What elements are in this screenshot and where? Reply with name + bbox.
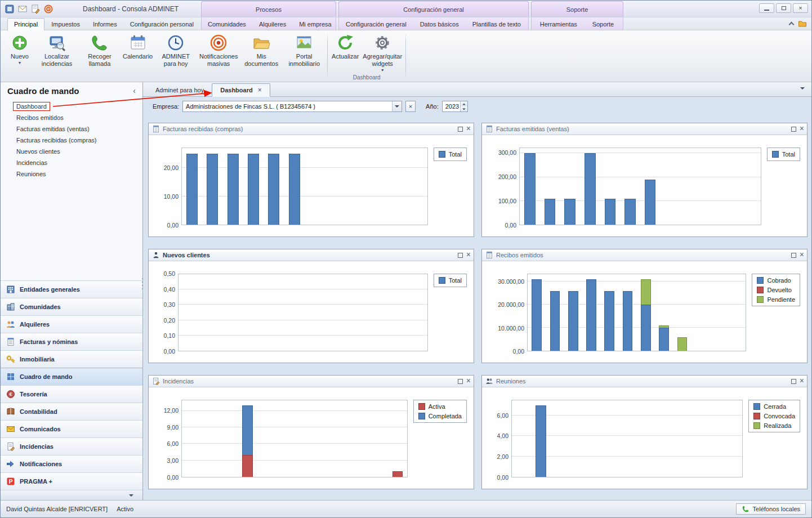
widget-close-button[interactable]: ×: [800, 378, 804, 384]
ribbon-button-portal-inmobiliario[interactable]: Portal inmobiliario: [283, 32, 325, 73]
nav-item-comunidades[interactable]: Comunidades: [1, 298, 142, 315]
nav-item-entidades-generales[interactable]: Entidades generales: [1, 280, 142, 298]
folder-icon[interactable]: [798, 19, 807, 28]
empresa-combobox[interactable]: Administraciones de Fincas S.L. ( B12345…: [182, 101, 402, 112]
widget-close-button[interactable]: ×: [466, 378, 471, 384]
widget-close-button[interactable]: ×: [800, 126, 804, 132]
ribbon-tab-configuracion-general[interactable]: Configuración general: [340, 19, 413, 30]
ribbon-button-recoger-llamada[interactable]: Recoger llamada: [78, 32, 121, 73]
anio-spinner[interactable]: 2023: [442, 101, 468, 112]
application-window: Dashboard - Consola ADMINET Procesos Con…: [0, 0, 812, 518]
bar-segment-pendiente: [677, 337, 688, 351]
widget-maximize-button[interactable]: [791, 127, 796, 132]
nav-options-icon[interactable]: [129, 494, 133, 497]
app-icon[interactable]: [5, 4, 15, 14]
widget-maximize-button[interactable]: [791, 379, 796, 384]
chart-plot: [527, 274, 746, 351]
sidebar-item-nuevos-clientes[interactable]: Nuevos clientes: [1, 146, 142, 157]
ribbon-tab-principal[interactable]: Principal: [7, 18, 44, 30]
ribbon-button-calendario[interactable]: Calendario: [121, 32, 154, 73]
legend-label: Cerrada: [764, 403, 786, 410]
y-tick-label: 0,20: [164, 317, 175, 324]
widget-maximize-button[interactable]: [458, 253, 463, 258]
bar: [624, 148, 636, 225]
sidebar-item-incidencias[interactable]: Incidencias: [1, 157, 142, 168]
ribbon-button-localizar-incidencias[interactable]: Localizar incidencias: [35, 32, 78, 73]
mail-icon[interactable]: [17, 4, 28, 14]
ribbon-button-agregar-quitar-widgets[interactable]: Agregar/quitar widgets▼: [361, 32, 404, 74]
y-tick-label: 0,30: [164, 301, 175, 308]
spin-down-icon[interactable]: [461, 106, 467, 111]
widget-maximize-button[interactable]: [458, 379, 463, 384]
ribbon-button-notificaciones-masivas[interactable]: Notificaciones masivas: [197, 32, 240, 73]
nav-item-inmobiliaria[interactable]: Inmobiliaria: [1, 350, 142, 368]
ribbon-button-adminet-para-hoy[interactable]: ADMINET para hoy: [154, 32, 197, 73]
restore-button[interactable]: [776, 3, 791, 13]
widget-chart: 0,0010.000,0020.000,0030.000,00CobradoDe…: [482, 261, 807, 363]
ribbon-tab-herramientas[interactable]: Herramientas: [534, 19, 583, 30]
sidebar-item-dashboard[interactable]: Dashboard: [1, 101, 142, 112]
ribbon-tab-impuestos[interactable]: Impuestos: [45, 19, 86, 30]
widget-title: Incidencias: [163, 378, 194, 385]
nav-item-incidencias[interactable]: Incidencias: [1, 437, 142, 455]
clear-empresa-button[interactable]: ×: [405, 101, 416, 112]
nav-item-label: Incidencias: [20, 443, 53, 450]
document-tab-adminet-para-hoy[interactable]: Adminet para hoy: [148, 84, 212, 96]
ribbon-tab-mi-empresa[interactable]: Mi empresa: [293, 19, 337, 30]
bar: [289, 148, 300, 225]
tab-list-dropdown-icon[interactable]: [800, 87, 805, 90]
sidebar-item-recibos-emitidos[interactable]: Recibos emitidos: [1, 112, 142, 123]
document-tab-dashboard[interactable]: Dashboard×: [212, 83, 270, 97]
ribbon-button-nuevo[interactable]: Nuevo▼: [4, 32, 35, 73]
widget-close-button[interactable]: ×: [800, 252, 804, 258]
ribbon-tab-plantillas-de-texto[interactable]: Plantillas de texto: [466, 19, 527, 30]
chart-slot: [257, 400, 275, 477]
nav-item-cuadro-de-mando[interactable]: Cuadro de mando: [1, 368, 142, 385]
widget-maximize-button[interactable]: [458, 127, 463, 132]
nav-item-notificaciones[interactable]: Notificaciones: [1, 455, 142, 472]
adminet-logo-icon[interactable]: [43, 4, 53, 14]
sidebar-item-facturas-emitidas-ventas[interactable]: Facturas emitidas (ventas): [1, 123, 142, 135]
notes-icon[interactable]: [30, 4, 41, 14]
sidebar-item-reuniones[interactable]: Reuniones: [1, 168, 142, 180]
bar: [261, 400, 271, 477]
chart-slot: [646, 400, 666, 477]
collapse-ribbon-icon[interactable]: [789, 22, 795, 28]
widget-close-button[interactable]: ×: [466, 252, 471, 258]
close-button[interactable]: ×: [793, 3, 808, 13]
combo-dropdown-icon[interactable]: [392, 101, 401, 111]
ribbon-tab-soporte[interactable]: Soporte: [586, 19, 621, 30]
legend-swatch: [439, 151, 445, 158]
sidebar-item-facturas-recibidas-compras[interactable]: Facturas recibidas (compras): [1, 135, 142, 146]
legend-label: Total: [449, 277, 462, 284]
bar: [318, 400, 328, 477]
collapse-panel-icon[interactable]: ‹: [133, 86, 136, 95]
chart-slot: [627, 400, 646, 477]
y-tick-label: 30.000,00: [498, 278, 524, 285]
nav-item-tesoreria[interactable]: €Tesorería: [1, 385, 142, 403]
nav-item-facturas-y-nominas[interactable]: Facturas y nóminas: [1, 333, 142, 350]
ribbon-tab-comunidades[interactable]: Comunidades: [202, 19, 252, 30]
local-phones-button[interactable]: Teléfonos locales: [736, 503, 806, 515]
chart-y-axis: 0,000,100,200,300,400,50: [155, 274, 178, 351]
document-tab-label: Adminet para hoy: [155, 87, 204, 93]
nav-item-pragma[interactable]: PPRAGMA +: [1, 472, 142, 490]
splitter[interactable]: [141, 274, 144, 293]
widget-close-button[interactable]: ×: [466, 126, 471, 132]
nav-item-alquileres[interactable]: Alquileres: [1, 315, 142, 333]
ribbon-button-mis-documentos[interactable]: Mis documentos: [240, 32, 283, 73]
ribbon-tab-datos-basicos[interactable]: Datos básicos: [414, 19, 465, 30]
spin-up-icon[interactable]: [461, 101, 467, 106]
minimize-button[interactable]: [759, 3, 774, 13]
tab-close-icon[interactable]: ×: [258, 87, 262, 93]
ribbon-tab-informes[interactable]: Informes: [87, 19, 123, 30]
ribbon-tab-alquileres[interactable]: Alquileres: [253, 19, 292, 30]
bar: [371, 148, 382, 225]
ribbon-tab-configuracion-personal[interactable]: Configuración personal: [124, 19, 200, 30]
main-area: Adminet para hoyDashboard× Empresa: Admi…: [143, 82, 811, 500]
nav-item-comunicados[interactable]: Comunicados: [1, 420, 142, 437]
nav-item-contabilidad[interactable]: Contabilidad: [1, 403, 142, 420]
sidebar-item-label: Incidencias: [16, 159, 47, 166]
ribbon-button-actualizar[interactable]: Actualizar: [329, 32, 361, 74]
widget-maximize-button[interactable]: [791, 253, 796, 258]
